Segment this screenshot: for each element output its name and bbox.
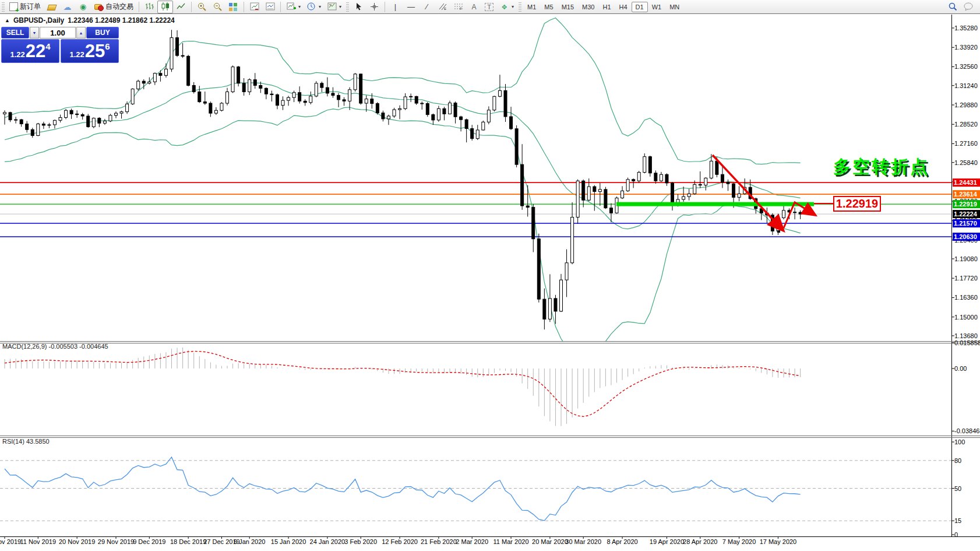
candle [493, 96, 496, 111]
date-axis-label: 24 Jan 2020 [310, 538, 346, 545]
trendline-tool[interactable]: ∕ [419, 1, 435, 13]
tile-windows-button[interactable] [225, 1, 241, 13]
timeframe-button-m1[interactable]: M1 [523, 2, 540, 12]
cursor-tool-button[interactable] [351, 1, 366, 13]
timeframe-button-h4[interactable]: H4 [615, 2, 632, 12]
text-label-icon: T [485, 3, 493, 11]
indicator-list-button[interactable] [262, 1, 278, 13]
toolbar-separator [244, 2, 244, 12]
chat-button[interactable] [961, 1, 977, 13]
signals-button[interactable]: ◉ [75, 1, 91, 13]
price-line-badge: 1.23614 [953, 190, 980, 198]
sell-button[interactable]: SELL [1, 27, 29, 38]
price-line-badge: 1.22224 [953, 210, 980, 218]
price-line-badge: 1.21570 [953, 219, 980, 227]
support-zone-highlight[interactable] [616, 202, 814, 206]
timeframe-button-d1[interactable]: D1 [632, 2, 648, 12]
trendline-icon: ∕ [422, 2, 432, 12]
macd-axis-tick: -0.038465 [954, 427, 980, 434]
bar-chart-button[interactable] [142, 1, 157, 13]
price-axis-tick: 1.29880 [954, 101, 978, 108]
volume-up-button[interactable]: ▲ [76, 27, 86, 38]
timeframe-button-h1[interactable]: H1 [598, 2, 615, 12]
rsi-axis-tick: 15 [954, 517, 961, 524]
time-axis[interactable]: 1 Nov 201911 Nov 201920 Nov 201929 Nov 2… [0, 536, 796, 545]
rsi-axis-tick: 100 [954, 438, 965, 445]
toolbar-separator [139, 2, 139, 12]
zoom-in-icon [197, 2, 207, 12]
candle [220, 102, 223, 111]
text-tool[interactable]: A [466, 1, 482, 13]
candle [449, 101, 452, 114]
add-indicator-button[interactable]: ▾ [283, 1, 304, 13]
date-axis-label: 11 Mar 2020 [493, 538, 529, 545]
candle [604, 187, 607, 209]
ohlc-values: 1.22346 1.22489 1.21862 1.22224 [68, 16, 175, 24]
rsi-axis-tick: 0 [954, 531, 958, 538]
toolbar-grip[interactable] [2, 2, 5, 12]
search-button[interactable] [945, 1, 961, 13]
candle [354, 73, 357, 92]
channel-tool[interactable]: E [435, 1, 450, 13]
rsi-indicator-label: RSI(14) 43.5850 [2, 438, 50, 445]
candle [626, 178, 629, 192]
price-axis-tick: 1.35280 [954, 24, 978, 31]
new-order-button[interactable]: + 新订单 [6, 0, 44, 13]
auto-trading-button[interactable]: 自动交易 [91, 0, 136, 13]
line-chart-button[interactable] [173, 1, 189, 13]
candle [359, 73, 362, 104]
macd-axis-tick: 0.00 [954, 365, 967, 372]
chart-canvas[interactable]: 1.352801.339201.325601.312401.298801.285… [0, 0, 980, 551]
svg-text:1.22224: 1.22224 [954, 210, 978, 217]
vertical-line-tool[interactable]: | [387, 1, 403, 13]
cursor-icon [354, 2, 364, 12]
date-axis-label: 12 Feb 2020 [382, 538, 418, 545]
timeframe-button-mn[interactable]: MN [665, 2, 683, 12]
candlestick-chart-icon [160, 2, 170, 12]
fibonacci-tool[interactable]: F [450, 1, 466, 13]
date-axis-label: 20 Nov 2019 [59, 538, 95, 545]
chat-icon [964, 2, 974, 12]
indicator-window-button[interactable] [246, 1, 262, 13]
candlestick-chart-button[interactable] [157, 1, 173, 13]
timeframe-button-m5[interactable]: M5 [540, 2, 557, 12]
horizontal-line-tool[interactable]: — [403, 1, 419, 13]
zoom-in-button[interactable] [194, 1, 210, 13]
signals-icon: ◉ [78, 2, 88, 12]
text-label-tool[interactable]: T [482, 1, 496, 13]
timeframe-toolbar: M1M5M15M30H1H4D1W1MN [523, 2, 683, 12]
sell-price-display[interactable]: 1.22 22 4 [1, 39, 59, 63]
date-axis-label: 19 Apr 2020 [650, 538, 684, 545]
crosshair-icon [369, 2, 379, 12]
fibonacci-icon: F [453, 2, 463, 12]
timeframe-button-w1[interactable]: W1 [648, 2, 666, 12]
zoom-out-button[interactable] [210, 1, 225, 13]
timeframe-button-m15[interactable]: M15 [558, 2, 578, 12]
crosshair-tool-button[interactable] [366, 1, 382, 13]
volume-input[interactable] [40, 27, 76, 38]
candle [515, 125, 518, 167]
toolbar-grip[interactable] [519, 2, 521, 12]
template-button[interactable]: ▾ [324, 1, 344, 13]
candle [109, 114, 112, 122]
virtual-hosting-button[interactable]: ☁ [59, 1, 75, 13]
svg-text:1.20630: 1.20630 [954, 233, 977, 240]
buy-button[interactable]: BUY [86, 27, 119, 38]
buy-price-sup: 6 [105, 41, 110, 51]
date-axis-label: 15 Jan 2020 [271, 538, 306, 545]
timeframe-button-m30[interactable]: M30 [578, 2, 598, 12]
period-clock-button[interactable]: ▾ [304, 1, 324, 13]
buy-price-display[interactable]: 1.22 25 6 [61, 39, 119, 63]
candle [137, 80, 140, 91]
price-axis-tick: 1.27160 [954, 140, 978, 147]
toolbar-grip[interactable] [346, 2, 349, 12]
sell-price-prefix: 1.22 [10, 50, 24, 59]
gold-bar-button[interactable] [44, 1, 59, 13]
collapse-panel-icon[interactable]: ▲ [5, 17, 10, 23]
dropdown-caret: ▾ [319, 4, 321, 9]
date-axis-label: 11 Nov 2019 [20, 538, 57, 545]
text-icon: A [469, 2, 479, 12]
volume-down-button[interactable]: ▼ [30, 27, 39, 38]
candle [643, 153, 646, 173]
arrows-tool[interactable]: ✥ ▾ [496, 1, 517, 13]
